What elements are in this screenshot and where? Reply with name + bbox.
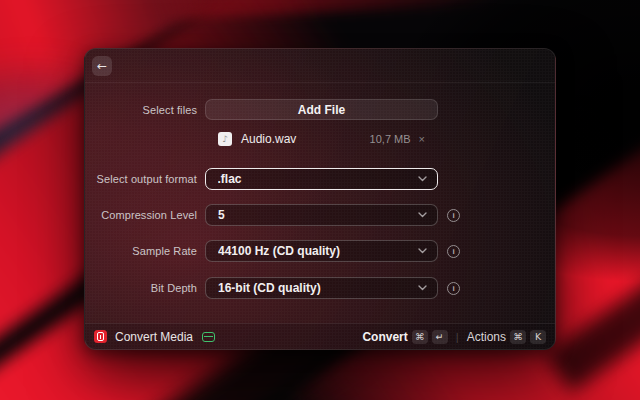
file-size: 10,7 MB: [370, 133, 411, 145]
chevron-down-icon: [418, 285, 427, 291]
convert-media-extension-icon: [94, 330, 107, 343]
select-files-label: Select files: [85, 104, 197, 116]
convert-action-button[interactable]: Convert ⌘ ↵: [362, 330, 447, 344]
chevron-down-icon: [418, 176, 427, 182]
compression-level-dropdown[interactable]: 5: [205, 204, 438, 226]
dropdown-value: 5: [218, 208, 418, 222]
select-files-row: Select files Add File: [85, 99, 555, 120]
actions-label: Actions: [467, 330, 506, 344]
info-icon[interactable]: i: [447, 245, 460, 258]
audio-file-icon: ♪: [218, 132, 232, 146]
file-item[interactable]: ♪ Audio.wav 10,7 MB ×: [205, 132, 438, 146]
desktop: ← Select files Add File ♪ Audio.wav 10,7…: [0, 0, 640, 400]
bit-depth-label: Bit Depth: [85, 282, 197, 294]
media-glyph-icon: [97, 332, 104, 341]
convert-media-window: ← Select files Add File ♪ Audio.wav 10,7…: [84, 48, 556, 350]
info-icon[interactable]: i: [447, 282, 460, 295]
actions-menu-button[interactable]: Actions ⌘ K: [467, 330, 546, 344]
enter-key-badge: ↵: [432, 330, 448, 344]
file-item-row: ♪ Audio.wav 10,7 MB ×: [85, 131, 555, 147]
footer-separator: |: [456, 331, 459, 343]
sample-rate-dropdown[interactable]: 44100 Hz (CD quality): [205, 240, 438, 262]
add-file-button[interactable]: Add File: [205, 99, 438, 120]
dropdown-value: 16-bit (CD quality): [218, 281, 418, 295]
window-header: ←: [85, 49, 555, 83]
bit-depth-dropdown[interactable]: 16-bit (CD quality): [205, 277, 438, 299]
extension-name: Convert Media: [115, 330, 193, 344]
footer-bar: Convert Media Convert ⌘ ↵ | Actions ⌘ K: [85, 323, 555, 349]
output-format-label: Select output format: [85, 173, 197, 185]
k-key-badge: K: [530, 330, 546, 344]
compression-level-label: Compression Level: [85, 209, 197, 221]
compression-level-row: Compression Level 5 i: [85, 204, 555, 226]
chevron-down-icon: [418, 248, 427, 254]
back-button[interactable]: ←: [92, 56, 112, 76]
output-format-row: Select output format .flac: [85, 168, 555, 190]
output-format-dropdown[interactable]: .flac: [205, 168, 438, 190]
dropdown-value: .flac: [218, 172, 419, 186]
dropdown-value: 44100 Hz (CD quality): [218, 244, 418, 258]
cmd-key-badge: ⌘: [412, 330, 428, 344]
sample-rate-label: Sample Rate: [85, 245, 197, 257]
remove-file-icon[interactable]: ×: [419, 134, 425, 145]
file-name: Audio.wav: [241, 132, 370, 146]
cmd-key-badge: ⌘: [510, 330, 526, 344]
back-arrow-icon: ←: [97, 59, 107, 73]
info-icon[interactable]: i: [447, 209, 460, 222]
drive-status-icon: [202, 332, 215, 342]
convert-action-label: Convert: [362, 330, 407, 344]
chevron-down-icon: [418, 212, 427, 218]
sample-rate-row: Sample Rate 44100 Hz (CD quality) i: [85, 240, 555, 262]
bit-depth-row: Bit Depth 16-bit (CD quality) i: [85, 277, 555, 299]
